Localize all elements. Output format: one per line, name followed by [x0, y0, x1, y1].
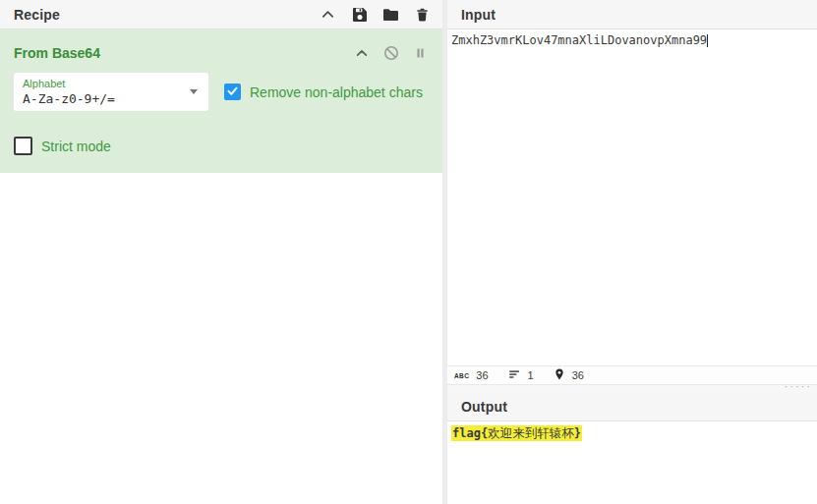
recipe-panel: Recipe	[0, 0, 442, 504]
chevron-up-icon	[321, 7, 335, 22]
operation-header: From Base64	[0, 29, 442, 73]
alphabet-label: Alphabet	[23, 78, 200, 90]
cursor-position-indicator: 36	[554, 367, 584, 383]
char-count-indicator: ABC 36	[454, 369, 489, 381]
output-text-prefix: flag{	[452, 426, 488, 440]
collapse-operation-button[interactable]	[353, 44, 370, 61]
output-textarea: flag{欢迎来到轩辕杯}	[447, 421, 817, 504]
line-count-value: 1	[528, 369, 534, 381]
save-recipe-button[interactable]	[351, 6, 368, 23]
input-status-bar: ABC 36 1	[447, 365, 817, 384]
cursor-position-value: 36	[572, 369, 584, 381]
output-text-cjk: 欢迎来到轩辕杯	[488, 425, 574, 440]
input-text: ZmxhZ3vmrKLov47mnaXliLDovanovpXmna99	[451, 33, 707, 47]
remove-non-alphabet-checkbox-row[interactable]: Remove non-alphabet chars	[224, 84, 423, 100]
recipe-title: Recipe	[14, 7, 60, 23]
input-textarea[interactable]: ZmxhZ3vmrKLov47mnaXliLDovanovpXmna99	[447, 29, 817, 365]
io-panel: Input ZmxhZ3vmrKLov47mnaXliLDovanovpXmna…	[447, 0, 817, 504]
recipe-header: Recipe	[0, 0, 442, 29]
output-highlight: flag{欢迎来到轩辕杯}	[451, 425, 582, 441]
remove-non-alphabet-label: Remove non-alphabet chars	[250, 84, 423, 100]
remove-non-alphabet-checkbox[interactable]	[224, 84, 241, 100]
folder-icon	[382, 7, 399, 23]
breakpoint-operation-button[interactable]	[412, 44, 429, 61]
operation-from-base64[interactable]: From Base64	[0, 29, 442, 173]
check-icon	[226, 84, 239, 101]
output-text-suffix: }	[574, 426, 581, 440]
save-icon	[352, 7, 368, 23]
alphabet-dropdown[interactable]: Alphabet A-Za-z0-9+/=	[14, 73, 208, 111]
collapse-recipe-button[interactable]	[320, 6, 336, 23]
strict-mode-checkbox-row[interactable]: Strict mode	[0, 137, 442, 155]
operation-controls	[353, 44, 429, 61]
io-splitter-horizontal[interactable]: ·····	[447, 384, 817, 392]
input-title: Input	[461, 7, 496, 23]
chevron-up-icon	[355, 46, 369, 60]
line-count-indicator: 1	[508, 368, 534, 382]
input-header: Input	[447, 0, 817, 29]
operation-title: From Base64	[14, 45, 100, 61]
splitter-grip-icon: ·····	[785, 381, 812, 392]
operation-arguments: Alphabet A-Za-z0-9+/= Remove non-alphabe…	[0, 73, 442, 111]
output-pane: Output flag{欢迎来到轩辕杯}	[447, 392, 817, 504]
recipe-toolbar	[320, 6, 431, 23]
load-recipe-button[interactable]	[382, 6, 399, 23]
disable-icon	[383, 45, 399, 61]
output-title: Output	[461, 399, 507, 415]
text-cursor	[707, 34, 708, 47]
cyberchef-app: Recipe	[0, 0, 817, 504]
lines-icon	[508, 368, 521, 382]
chevron-down-icon	[190, 89, 198, 94]
clear-recipe-button[interactable]	[414, 6, 431, 23]
trash-icon	[415, 7, 430, 23]
strict-mode-label: Strict mode	[41, 139, 111, 154]
location-pin-icon	[554, 367, 565, 383]
output-header: Output	[447, 392, 817, 421]
alphabet-value: A-Za-z0-9+/=	[23, 90, 200, 108]
characters-icon: ABC	[454, 372, 469, 379]
pause-icon	[414, 46, 427, 60]
disable-operation-button[interactable]	[382, 44, 399, 61]
char-count-value: 36	[476, 369, 488, 381]
strict-mode-checkbox[interactable]	[14, 137, 32, 155]
input-pane: Input ZmxhZ3vmrKLov47mnaXliLDovanovpXmna…	[447, 0, 817, 392]
